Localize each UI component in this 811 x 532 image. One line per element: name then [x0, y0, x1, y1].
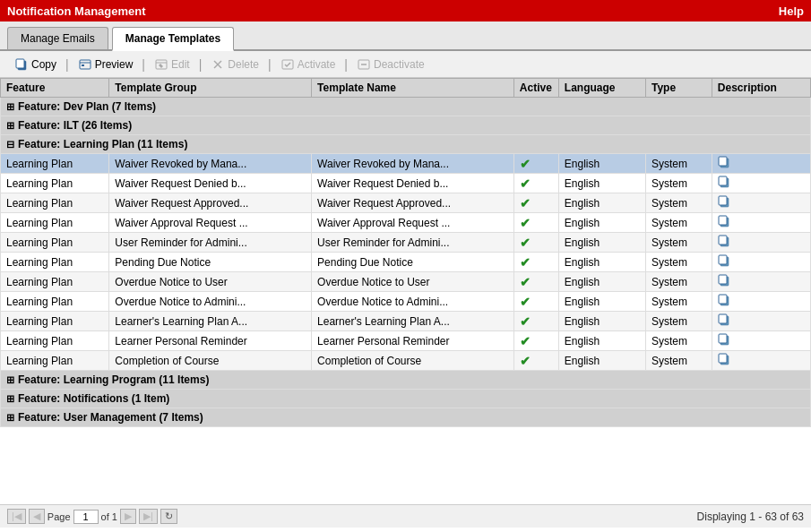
group-header-cell: ⊟Feature: Learning Plan (11 Items)	[1, 135, 811, 154]
app-title: Notification Management	[7, 4, 146, 18]
table-row[interactable]: Learning PlanWaiver Revoked by Mana...Wa…	[1, 154, 811, 174]
pager: |◀ ◀ Page of 1 ▶ ▶| ↻	[7, 509, 177, 524]
pager-next[interactable]: ▶	[120, 509, 136, 524]
table-row[interactable]: Learning PlanLearner Personal ReminderLe…	[1, 331, 811, 351]
language-cell: English	[558, 292, 645, 312]
pager-prev[interactable]: ◀	[29, 509, 45, 524]
row-copy-icon[interactable]	[718, 216, 730, 230]
edit-icon	[154, 57, 168, 72]
table-row[interactable]: Learning PlanWaiver Request Approved...W…	[1, 193, 811, 213]
group-header-row[interactable]: ⊞Feature: Dev Plan (7 Items)	[1, 98, 811, 116]
template-name-cell: Waiver Approval Request ...	[312, 213, 514, 233]
group-header-cell: ⊞Feature: Notifications (1 Item)	[1, 390, 811, 408]
sep5: |	[344, 57, 348, 72]
group-label: Feature: User Management (7 Items)	[18, 411, 203, 424]
activate-button[interactable]: Activate	[273, 56, 343, 73]
group-header-cell: ⊞Feature: User Management (7 Items)	[1, 408, 811, 427]
type-cell: System	[645, 331, 712, 351]
svg-rect-27	[719, 295, 727, 304]
feature-cell: Learning Plan	[1, 351, 109, 371]
expand-icon: ⊞	[6, 374, 14, 385]
template-name-cell: Overdue Notice to Admini...	[312, 292, 514, 312]
language-cell: English	[558, 331, 645, 351]
language-cell: English	[558, 174, 645, 193]
table-body: ⊞Feature: Dev Plan (7 Items)⊞Feature: IL…	[1, 98, 811, 427]
group-label: Feature: Learning Program (11 Items)	[18, 373, 209, 386]
delete-button[interactable]: Delete	[203, 56, 266, 73]
edit-button[interactable]: Edit	[147, 56, 197, 73]
language-cell: English	[558, 213, 645, 233]
feature-cell: Learning Plan	[1, 292, 109, 312]
row-copy-icon[interactable]	[718, 176, 730, 191]
table-row[interactable]: Learning PlanWaiver Approval Request ...…	[1, 213, 811, 233]
col-template-name: Template Name	[312, 79, 514, 98]
template-group-cell: Waiver Approval Request ...	[109, 213, 312, 233]
row-copy-icon[interactable]	[718, 236, 730, 250]
feature-cell: Learning Plan	[1, 174, 109, 193]
table-row[interactable]: Learning PlanUser Reminder for Admini...…	[1, 233, 811, 253]
row-copy-icon[interactable]	[718, 354, 730, 368]
language-cell: English	[558, 312, 645, 331]
table-area: Feature Template Group Template Name Act…	[0, 78, 811, 504]
row-copy-icon[interactable]	[718, 334, 730, 348]
template-group-cell: Pending Due Notice	[109, 253, 312, 272]
pager-refresh[interactable]: ↻	[160, 509, 177, 524]
row-copy-icon[interactable]	[718, 314, 730, 329]
group-header-row[interactable]: ⊞Feature: Learning Program (11 Items)	[1, 371, 811, 390]
type-cell: System	[645, 292, 712, 312]
tabs: Manage Emails Manage Templates	[0, 21, 811, 51]
col-active: Active	[513, 79, 558, 98]
pager-total: 1	[112, 511, 117, 522]
template-group-cell: Waiver Revoked by Mana...	[109, 154, 312, 174]
table-row[interactable]: Learning PlanCompletion of CourseComplet…	[1, 351, 811, 371]
expand-icon: ⊞	[6, 393, 14, 404]
template-group-cell: Learner's Learning Plan A...	[109, 312, 312, 331]
pager-last[interactable]: ▶|	[139, 509, 158, 524]
copy-button[interactable]: Copy	[7, 56, 64, 73]
group-header-cell: ⊞Feature: ILT (26 Items)	[1, 116, 811, 135]
row-copy-icon[interactable]	[718, 295, 730, 309]
copy-icon	[14, 57, 29, 72]
main-table: Feature Template Group Template Name Act…	[0, 78, 811, 427]
group-header-row[interactable]: ⊞Feature: User Management (7 Items)	[1, 408, 811, 427]
row-copy-icon[interactable]	[718, 157, 730, 171]
col-template-group: Template Group	[109, 79, 312, 98]
col-description: Description	[712, 79, 810, 98]
type-cell: System	[645, 272, 712, 292]
pager-of-label: of	[101, 511, 109, 522]
help-link[interactable]: Help	[779, 4, 804, 18]
deactivate-button[interactable]: Deactivate	[349, 56, 432, 73]
tab-manage-emails[interactable]: Manage Emails	[7, 27, 108, 49]
svg-rect-31	[719, 334, 727, 343]
type-cell: System	[645, 351, 712, 371]
group-header-row[interactable]: ⊞Feature: ILT (26 Items)	[1, 116, 811, 135]
sep3: |	[199, 57, 203, 72]
table-row[interactable]: Learning PlanPending Due NoticePending D…	[1, 253, 811, 272]
table-row[interactable]: Learning PlanLearner's Learning Plan A..…	[1, 312, 811, 331]
template-name-cell: Pending Due Notice	[312, 253, 514, 272]
toolbar: Copy | Preview | Edit |	[0, 51, 811, 78]
row-copy-icon[interactable]	[718, 275, 730, 289]
pager-first[interactable]: |◀	[7, 509, 26, 524]
pager-page-input[interactable]	[73, 510, 99, 524]
table-row[interactable]: Learning PlanOverdue Notice to Admini...…	[1, 292, 811, 312]
group-header-row[interactable]: ⊞Feature: Notifications (1 Item)	[1, 390, 811, 408]
row-copy-icon[interactable]	[718, 255, 730, 270]
template-name-cell: Learner's Learning Plan A...	[312, 312, 514, 331]
row-copy-icon[interactable]	[718, 196, 730, 210]
group-label: Feature: ILT (26 Items)	[18, 119, 132, 132]
footer-info: Displaying 1 - 63 of 63	[697, 511, 804, 523]
type-cell: System	[645, 154, 712, 174]
active-checkmark: ✔	[520, 334, 531, 348]
group-header-row[interactable]: ⊟Feature: Learning Plan (11 Items)	[1, 135, 811, 154]
expand-icon: ⊟	[6, 139, 14, 150]
table-row[interactable]: Learning PlanWaiver Request Denied b...W…	[1, 174, 811, 193]
template-group-cell: Learner Personal Reminder	[109, 331, 312, 351]
table-row[interactable]: Learning PlanOverdue Notice to UserOverd…	[1, 272, 811, 292]
preview-button[interactable]: Preview	[71, 56, 141, 73]
deactivate-label: Deactivate	[374, 58, 425, 71]
template-name-cell: Learner Personal Reminder	[312, 331, 514, 351]
tab-manage-templates[interactable]: Manage Templates	[112, 27, 234, 51]
table-header: Feature Template Group Template Name Act…	[1, 79, 811, 98]
active-checkmark: ✔	[520, 236, 531, 250]
